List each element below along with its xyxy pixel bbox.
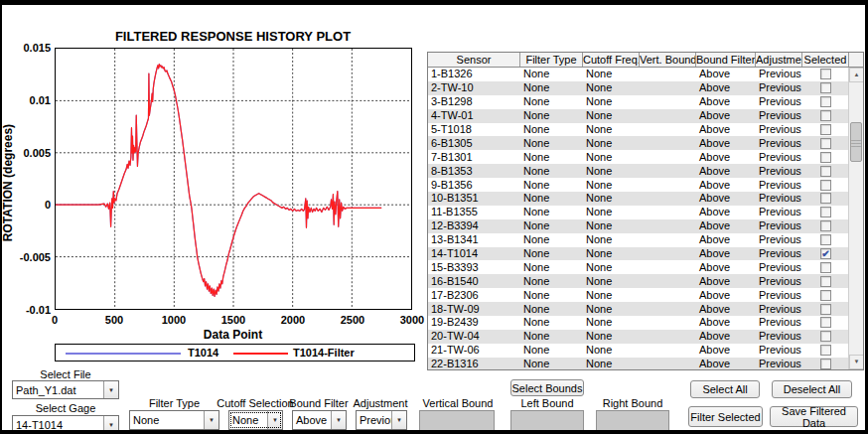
plot-area[interactable] [55, 48, 412, 310]
table-row[interactable]: 12-B3394NoneNoneAbovePrevious [428, 219, 863, 233]
filter-tool-window: FILTERED RESPONSE HISTORY PLOT ROTATION … [0, 0, 868, 434]
row-checkbox[interactable] [820, 110, 831, 121]
cell-selected [802, 317, 849, 328]
chevron-down-icon: ▼ [103, 416, 118, 433]
cell: Previous [756, 179, 802, 192]
row-checkbox[interactable] [820, 193, 831, 204]
row-checkbox[interactable] [820, 317, 831, 328]
select-file-dropdown[interactable]: Path_Y1.dat ▼ [12, 380, 119, 399]
cutoff-selection-dropdown[interactable]: None ▼ [228, 410, 283, 430]
row-checkbox[interactable] [820, 152, 831, 163]
row-checkbox[interactable] [820, 124, 831, 135]
table-row[interactable]: 18-TW-09NoneNoneAbovePrevious [428, 302, 863, 316]
row-checkbox[interactable] [820, 262, 831, 273]
table-row[interactable]: 21-TW-06NoneNoneAbovePrevious [428, 344, 863, 358]
cell: None [520, 233, 583, 246]
table-row[interactable]: 3-B1298NoneNoneAbovePrevious [428, 95, 863, 109]
table-row[interactable]: 14-T1014NoneNoneAbovePrevious✔ [428, 247, 863, 261]
table-scrollbar[interactable]: ▲ ────── ▼ [848, 68, 863, 369]
scrollbar-thumb[interactable]: ────── [850, 122, 862, 162]
select-gage-dropdown[interactable]: 14-T1014 ▼ [12, 415, 119, 434]
cell: None [583, 330, 640, 343]
cell: 15-B3393 [428, 261, 520, 274]
scrollbar-down-icon[interactable]: ▼ [849, 355, 864, 369]
table-row[interactable]: 8-B1353NoneNoneAbovePrevious [428, 164, 863, 178]
adjustment-label: Adjustment [350, 397, 411, 409]
cell: None [520, 219, 583, 232]
select-gage-label: Select Gage [16, 402, 115, 414]
cell: Above [696, 330, 756, 343]
row-checkbox[interactable] [820, 166, 831, 177]
cell: 9-B1356 [428, 179, 520, 192]
row-checkbox-checked[interactable]: ✔ [820, 248, 831, 259]
cell: None [520, 81, 583, 94]
cell: 22-B1316 [428, 358, 520, 370]
table-row[interactable]: 22-B1316NoneNoneAbovePrevious [428, 358, 863, 370]
row-checkbox[interactable] [820, 138, 831, 149]
cell-selected [802, 166, 849, 177]
cell-selected [802, 331, 849, 342]
row-checkbox[interactable] [820, 359, 831, 369]
table-row[interactable]: 11-B1355NoneNoneAbovePrevious [428, 206, 863, 219]
select-bounds-button[interactable]: Select Bounds [510, 379, 584, 396]
table-row[interactable]: 10-B1351NoneNoneAbovePrevious [428, 192, 863, 206]
table-row[interactable]: 16-B1540NoneNoneAbovePrevious [428, 274, 863, 288]
table-row[interactable]: 2-TW-10NoneNoneAbovePrevious [428, 81, 863, 95]
cell: Above [696, 316, 756, 329]
chevron-down-icon: ▼ [103, 381, 118, 398]
cell: None [520, 303, 583, 316]
cell: Previous [756, 316, 802, 329]
table-row[interactable]: 4-TW-01NoneNoneAbovePrevious [428, 109, 863, 123]
left-bound-input[interactable] [510, 410, 584, 432]
cell: Previous [756, 275, 802, 288]
adjustment-dropdown[interactable]: Previous ▼ [356, 410, 407, 430]
legend-line-raw [66, 353, 181, 355]
vertical-bound-input[interactable] [419, 410, 495, 432]
row-checkbox[interactable] [820, 290, 831, 301]
cell: 2-TW-10 [428, 81, 520, 94]
bound-filter-dropdown[interactable]: Above ▼ [292, 410, 347, 430]
table-row[interactable]: 5-T1018NoneNoneAbovePrevious [428, 123, 863, 137]
row-checkbox[interactable] [820, 220, 831, 231]
table-row[interactable]: 6-B1305NoneNoneAbovePrevious [428, 136, 863, 150]
row-checkbox[interactable] [820, 234, 831, 245]
scrollbar-up-icon[interactable]: ▲ [849, 68, 864, 82]
save-filtered-data-button[interactable]: Save Filtered Data [770, 406, 858, 427]
response-plot [56, 49, 411, 309]
cell: None [520, 247, 583, 260]
table-row[interactable]: 1-B1326NoneNoneAbovePrevious [428, 68, 863, 81]
table-row[interactable]: 19-B2439NoneNoneAbovePrevious [428, 316, 863, 330]
row-checkbox[interactable] [820, 69, 831, 79]
vertical-bound-label: Vertical Bound [419, 397, 497, 409]
row-checkbox[interactable] [820, 276, 831, 287]
cell: 11-B1355 [428, 206, 520, 218]
row-checkbox[interactable] [820, 345, 831, 356]
sensor-table-header: SensorFilter TypeCutoff Freq.Vert. Bound… [428, 53, 863, 68]
cell: None [583, 68, 640, 80]
row-checkbox[interactable] [820, 96, 831, 107]
cell: Previous [756, 95, 802, 108]
table-row[interactable]: 7-B1301NoneNoneAbovePrevious [428, 150, 863, 164]
legend-line-filtered [233, 353, 288, 355]
table-row[interactable]: 15-B3393NoneNoneAbovePrevious [428, 260, 863, 274]
filter-type-dropdown[interactable]: None ▼ [129, 410, 219, 430]
table-row[interactable]: 9-B1356NoneNoneAbovePrevious [428, 178, 863, 192]
table-row[interactable]: 13-B1341NoneNoneAbovePrevious [428, 233, 863, 247]
cell: None [583, 261, 640, 274]
table-row[interactable]: 20-TW-04NoneNoneAbovePrevious [428, 330, 863, 344]
deselect-all-button[interactable]: Deselect All [772, 380, 852, 398]
row-checkbox[interactable] [820, 331, 831, 342]
cell: Previous [756, 206, 802, 218]
row-checkbox[interactable] [820, 207, 831, 217]
row-checkbox[interactable] [820, 180, 831, 191]
right-bound-input[interactable] [596, 410, 669, 432]
column-header-sensor: Sensor [428, 53, 520, 67]
row-checkbox[interactable] [820, 82, 831, 93]
select-all-button[interactable]: Select All [690, 380, 760, 398]
table-row[interactable]: 17-B2306NoneNoneAbovePrevious [428, 288, 863, 302]
cell: 5-T1018 [428, 123, 520, 136]
cell: None [520, 206, 583, 218]
cell: None [583, 95, 640, 108]
filter-selected-button[interactable]: Filter Selected [688, 406, 763, 427]
row-checkbox[interactable] [820, 304, 831, 315]
